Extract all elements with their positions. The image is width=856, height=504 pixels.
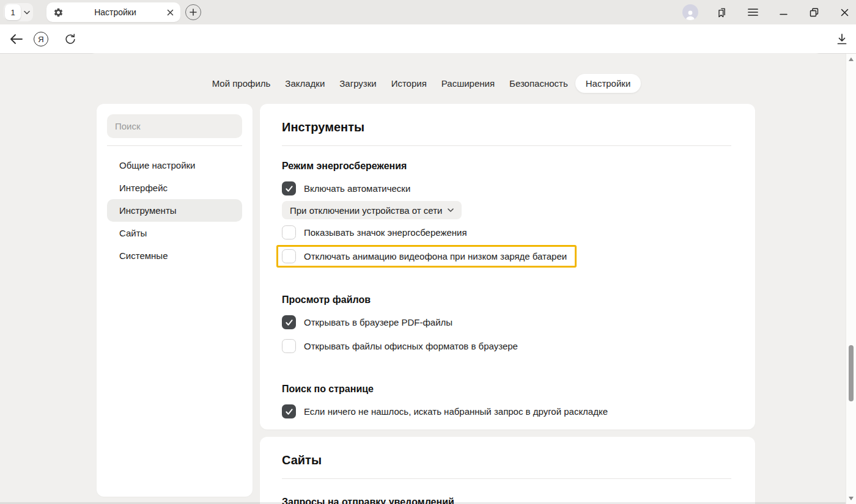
search-input[interactable] [107,114,242,138]
scrollbar-thumb[interactable] [849,345,854,401]
browser-window: 1 Настройки [0,0,856,504]
sites-title-divider [282,478,731,479]
sidebar-item-system[interactable]: Системные [107,244,242,267]
settings-page: Мой профиль Закладки Загрузки История Ра… [0,54,856,504]
chevron-down-icon [448,208,454,212]
sidebar-divider [107,145,242,146]
section-heading-file-viewing: Просмотр файлов [282,294,731,305]
settings-sidebar: Общие настройки Интерфейс Инструменты Са… [97,104,253,497]
nav-tab-history[interactable]: История [384,74,434,93]
setting-label: Открывать файлы офисных форматов в брауз… [304,341,518,351]
scroll-down-arrow-icon[interactable] [849,497,854,500]
checkbox-layout-search[interactable] [282,404,296,418]
setting-label: Показывать значок энергосбережения [304,227,467,238]
checkbox-auto-enable[interactable] [282,181,296,195]
nav-tab-extensions[interactable]: Расширения [434,74,502,93]
checkbox-open-pdf[interactable] [282,315,296,329]
setting-row-layout-search: Если ничего не нашлось, искать набранный… [282,403,731,420]
scroll-up-arrow-icon[interactable] [849,57,854,61]
sites-settings-card: Сайты Запросы на отправку уведомлений [260,437,755,504]
tab-bar: 1 Настройки [0,0,856,24]
tab-list-chevron-down-icon[interactable] [24,10,30,15]
tab-title: Настройки [64,7,167,17]
power-saving-trigger-select[interactable]: При отключении устройства от сети [282,201,462,219]
browser-toolbar: Я Y settings Настройки [0,24,856,54]
tools-settings-card: Инструменты Режим энергосбережения Включ… [260,104,755,429]
menu-icon[interactable] [746,5,759,19]
gear-icon [53,7,64,18]
sidebar-item-tools[interactable]: Инструменты [107,199,242,222]
setting-label: Отключать анимацию видеофона при низком … [304,251,567,261]
browser-tab-settings[interactable]: Настройки [46,2,180,22]
nav-tab-downloads[interactable]: Загрузки [332,74,383,93]
nav-tab-bookmarks[interactable]: Закладки [278,74,332,93]
back-button[interactable] [9,32,24,46]
nav-tab-my-profile[interactable]: Мой профиль [205,74,278,93]
profile-avatar[interactable] [682,4,698,20]
tab-counter-button[interactable]: 1 [5,4,21,20]
page-scrollbar[interactable] [846,54,856,504]
minimize-button[interactable] [777,5,790,19]
checkbox-disable-video-animation[interactable] [282,249,296,263]
tab-counter-group: 1 [4,3,33,21]
tab-close-icon[interactable] [167,9,174,16]
sites-card-title: Сайты [282,453,731,467]
setting-row-show-icon: Показывать значок энергосбережения [282,224,731,241]
checkbox-show-icon[interactable] [282,225,296,239]
window-controls [682,0,851,24]
nav-tab-security[interactable]: Безопасность [502,74,575,93]
sidebar-item-sites[interactable]: Сайты [107,222,242,244]
sidebar-item-general[interactable]: Общие настройки [107,154,242,177]
section-heading-power-saving: Режим энергосбережения [282,160,731,172]
yandex-logo-icon[interactable]: Я [34,32,48,46]
select-value: При отключении устройства от сети [290,205,442,216]
setting-row-auto-enable: Включать автоматически [282,180,731,197]
checkbox-open-office-files[interactable] [282,339,296,353]
setting-label: Если ничего не нашлось, искать набранный… [304,406,608,417]
setting-label: Включать автоматически [304,183,410,194]
bookmarks-panel-icon[interactable] [715,5,729,19]
page-title: Инструменты [282,120,731,134]
sidebar-list: Общие настройки Интерфейс Инструменты Са… [107,154,242,267]
section-heading-page-search: Поиск по странице [282,383,731,395]
setting-label: Открывать в браузере PDF-файлы [304,317,452,327]
sidebar-item-interface[interactable]: Интерфейс [107,177,242,199]
settings-nav-tabs: Мой профиль Закладки Загрузки История Ра… [0,74,846,93]
setting-row-office-files: Открывать файлы офисных форматов в брауз… [282,338,731,354]
restore-button[interactable] [807,5,821,19]
nav-tab-settings[interactable]: Настройки [575,74,641,93]
reload-button[interactable] [63,32,78,46]
setting-row-pdf: Открывать в браузере PDF-файлы [282,314,731,331]
new-tab-button[interactable] [185,4,201,20]
title-divider [282,145,731,146]
downloads-icon[interactable] [834,31,850,47]
highlighted-setting-row-disable-video-animation: Отключать анимацию видеофона при низком … [276,245,577,268]
close-window-button[interactable] [838,5,851,19]
